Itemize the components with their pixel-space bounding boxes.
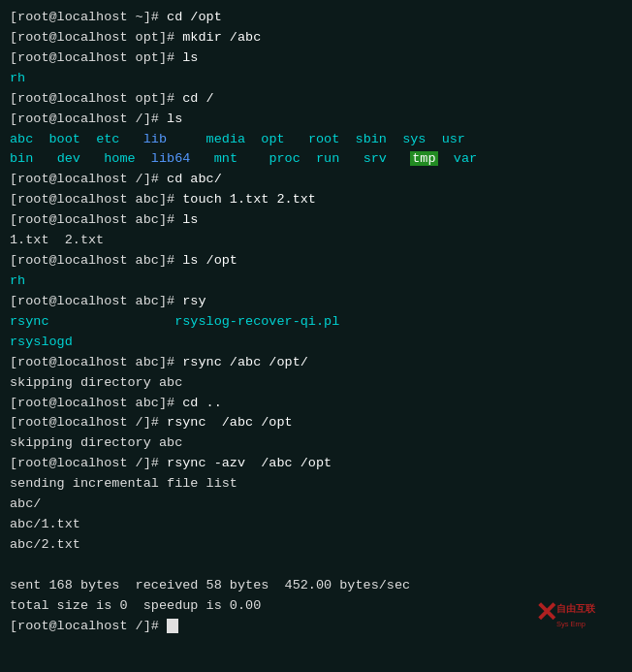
ls-item-tmp: tmp xyxy=(410,151,437,166)
terminal-line: [root@localhost abc]# ls xyxy=(10,210,622,231)
prompt: [root@localhost opt]# xyxy=(10,30,182,45)
command: rsync -azv /abc /opt xyxy=(167,456,332,470)
rsy-output-row2: rsyslogd xyxy=(10,333,622,353)
command: ls xyxy=(182,212,198,227)
terminal-line: [root@localhost opt]# mkdir /abc xyxy=(10,28,622,48)
ls-item: lib64 xyxy=(151,151,191,166)
command: cd .. xyxy=(182,396,222,410)
command: cd / xyxy=(182,91,213,106)
command: mkdir /abc xyxy=(182,30,261,45)
ls-item: lib xyxy=(143,132,167,146)
terminal-output: rh xyxy=(10,69,622,89)
ls-item: home xyxy=(104,151,135,166)
ls-item: bin xyxy=(10,151,33,166)
ls-item: abc xyxy=(10,132,33,146)
terminal-window: [root@localhost ~]# cd /opt [root@localh… xyxy=(0,0,632,672)
ls-item: etc xyxy=(96,132,119,146)
terminal-output: sending incremental file list xyxy=(10,474,622,495)
ls-item: usr xyxy=(442,132,465,146)
prompt: [root@localhost abc]# xyxy=(10,294,182,308)
terminal-line: [root@localhost abc]# rsync /abc /opt/ xyxy=(10,353,622,373)
terminal-line: [root@localhost abc]# ls /opt xyxy=(10,251,622,272)
terminal-line: [root@localhost /]# cd abc/ xyxy=(10,170,622,190)
rsy-output-row1: rsync rsyslog-recover-qi.pl xyxy=(10,312,622,333)
terminal-blank xyxy=(10,556,622,576)
ls-output-row1: abc boot etc lib media opt root sbin sys… xyxy=(10,130,622,150)
svg-text:Sys Emp: Sys Emp xyxy=(556,620,585,628)
prompt: [root@localhost abc]# xyxy=(10,192,182,207)
rsy-item: rsyslog-recover-qi.pl xyxy=(174,314,339,329)
terminal-output: skipping directory abc xyxy=(10,373,622,394)
terminal-output: skipping directory abc xyxy=(10,433,622,454)
prompt: [root@localhost abc]# xyxy=(10,253,182,268)
prompt: [root@localhost /]# xyxy=(10,172,167,186)
ls-item: var xyxy=(454,151,477,166)
prompt: [root@localhost /]# xyxy=(10,619,167,633)
watermark: ✕ 自由互联 Sys Emp xyxy=(533,592,620,645)
command: rsync /abc /opt/ xyxy=(182,355,308,369)
prompt: [root@localhost /]# xyxy=(10,415,167,430)
ls-item: boot xyxy=(49,132,80,146)
terminal-line: [root@localhost abc]# touch 1.txt 2.txt xyxy=(10,190,622,210)
prompt: [root@localhost abc]# xyxy=(10,355,182,369)
prompt: [root@localhost abc]# xyxy=(10,396,182,410)
ls-item: run xyxy=(316,151,339,166)
prompt: [root@localhost /]# xyxy=(10,456,167,470)
command: cd abc/ xyxy=(167,172,222,186)
rsy-item: rsync xyxy=(10,314,49,329)
terminal-output: abc/2.txt xyxy=(10,535,622,556)
ls-item: mnt xyxy=(214,151,237,166)
terminal-line: [root@localhost abc]# cd .. xyxy=(10,394,622,414)
rsy-item: rsyslogd xyxy=(10,335,73,349)
terminal-output: abc/1.txt xyxy=(10,515,622,535)
terminal-output: sent 168 bytes received 58 bytes 452.00 … xyxy=(10,576,622,596)
terminal-line: [root@localhost /]# ls xyxy=(10,110,622,130)
command: cd /opt xyxy=(167,10,222,24)
prompt: [root@localhost opt]# xyxy=(10,91,182,106)
terminal-line: [root@localhost /]# rsync /abc /opt xyxy=(10,413,622,433)
ls-item: opt xyxy=(261,132,284,146)
ls-item: root xyxy=(308,132,339,146)
prompt: [root@localhost ~]# xyxy=(10,10,167,24)
cursor-block[interactable] xyxy=(167,619,178,633)
terminal-line: [root@localhost abc]# rsy xyxy=(10,292,622,312)
terminal-line: [root@localhost ~]# cd /opt xyxy=(10,8,622,28)
prompt: [root@localhost opt]# xyxy=(10,50,182,65)
command: rsync /abc /opt xyxy=(167,415,293,430)
command: ls xyxy=(182,50,198,65)
command: ls /opt xyxy=(182,253,237,268)
ls-item: dev xyxy=(57,151,80,166)
ls-output-row2: bin dev home lib64 mnt proc run srv tmp … xyxy=(10,149,622,170)
terminal-line: [root@localhost opt]# ls xyxy=(10,48,622,69)
terminal-output: total size is 0 speedup is 0.00 xyxy=(10,596,622,617)
command: touch 1.txt 2.txt xyxy=(182,192,316,207)
terminal-line: [root@localhost /]# rsync -azv /abc /opt xyxy=(10,454,622,474)
terminal-line: [root@localhost opt]# cd / xyxy=(10,89,622,110)
ls-item: srv xyxy=(363,151,387,166)
command: rsy xyxy=(182,294,205,308)
terminal-line[interactable]: [root@localhost /]# xyxy=(10,617,622,637)
svg-text:✕: ✕ xyxy=(535,597,557,627)
terminal-output: 1.txt 2.txt xyxy=(10,231,622,251)
ls-item: sys xyxy=(402,132,426,146)
ls-item: sbin xyxy=(356,132,387,146)
prompt: [root@localhost /]# xyxy=(10,112,167,126)
ls-item: media xyxy=(206,132,246,146)
prompt: [root@localhost abc]# xyxy=(10,212,182,227)
command: ls xyxy=(167,112,182,126)
terminal-output: rh xyxy=(10,272,622,292)
svg-text:自由互联: 自由互联 xyxy=(556,603,596,614)
terminal-output: abc/ xyxy=(10,495,622,515)
ls-item: proc xyxy=(269,151,300,166)
